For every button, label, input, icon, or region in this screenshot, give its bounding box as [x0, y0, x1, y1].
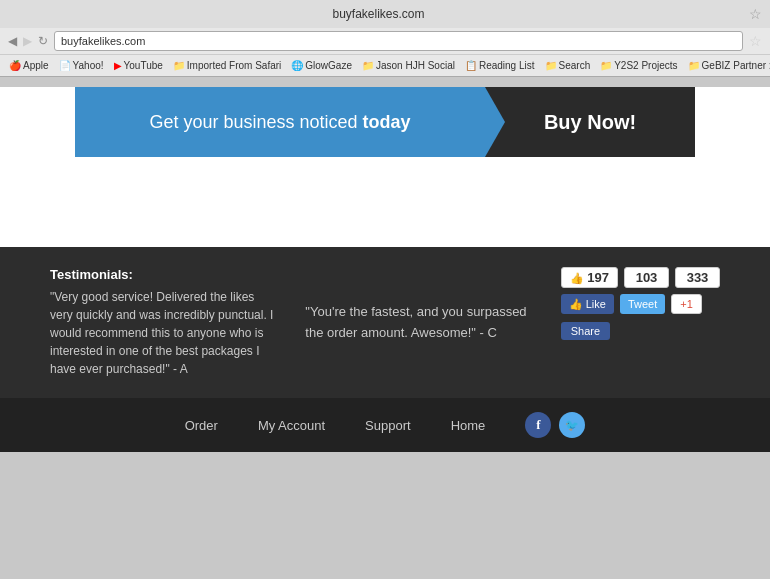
glowgaze-icon: 🌐: [291, 60, 303, 71]
testimonial-text-2: "You're the fastest, and you surpassed t…: [305, 302, 530, 344]
reading-icon: 📋: [465, 60, 477, 71]
white-space-section: [0, 167, 770, 247]
footer-nav: Order My Account Support Home f 🐦: [0, 398, 770, 452]
fb-thumb-icon: 👍: [569, 298, 583, 311]
title-bar: buyfakelikes.com ☆: [0, 0, 770, 28]
star-icon: ☆: [749, 6, 762, 22]
thumb-icon: 👍: [570, 272, 584, 284]
bookmark-jason[interactable]: 📁Jason HJH Social: [359, 59, 458, 72]
fb-like-label: Like: [586, 298, 606, 310]
cta-text: Get your business noticed today: [149, 112, 410, 133]
testimonials-row: Testimonials: "Very good service! Delive…: [50, 267, 720, 398]
fb-like-button[interactable]: 👍 Like: [561, 294, 614, 314]
refresh-icon[interactable]: ↻: [38, 34, 48, 48]
back-icon[interactable]: ◀: [8, 34, 17, 48]
address-bar: ◀ ▶ ↻ ☆: [0, 28, 770, 54]
fb-like-box: 👍 197: [561, 267, 618, 288]
footer-order-link[interactable]: Order: [185, 418, 218, 433]
footer-myaccount-link[interactable]: My Account: [258, 418, 325, 433]
cta-banner: Get your business noticed today Buy Now!: [75, 87, 695, 157]
tweet-button[interactable]: Tweet: [620, 294, 665, 314]
testimonial-col-2: "You're the fastest, and you surpassed t…: [305, 267, 530, 378]
fb-count: 👍 197: [561, 267, 618, 288]
address-input[interactable]: [54, 31, 743, 51]
bookmark-reading[interactable]: 📋Reading List: [462, 59, 538, 72]
page-title: buyfakelikes.com: [8, 7, 749, 21]
social-col: 👍 197 103 333 👍 Like Tweet +1: [561, 267, 720, 378]
testimonial-col-1: Testimonials: "Very good service! Delive…: [50, 267, 275, 378]
y2s2-icon: 📁: [600, 60, 612, 71]
bookmark-y2s2[interactable]: 📁Y2S2 Projects: [597, 59, 680, 72]
folder-icon: 📁: [173, 60, 185, 71]
bookmark-apple[interactable]: 🍎Apple: [6, 59, 52, 72]
page-content: Get your business noticed today Buy Now!: [0, 87, 770, 247]
gplus-button[interactable]: +1: [671, 294, 702, 314]
tweet-count-box: 103: [624, 267, 669, 288]
testimonials-heading: Testimonials:: [50, 267, 275, 282]
forward-icon[interactable]: ▶: [23, 34, 32, 48]
search-bookmark-icon: 📁: [545, 60, 557, 71]
bookmark-yahoo[interactable]: 📄Yahoo!: [56, 59, 107, 72]
testimonial-text-1: "Very good service! Delivered the likes …: [50, 288, 275, 378]
social-counts-row: 👍 197 103 333: [561, 267, 720, 288]
jason-icon: 📁: [362, 60, 374, 71]
tweet-count: 103: [624, 267, 669, 288]
apple-icon: 🍎: [9, 60, 21, 71]
footer-support-link[interactable]: Support: [365, 418, 411, 433]
youtube-icon: ▶: [114, 60, 122, 71]
gebiz-icon: 📁: [688, 60, 700, 71]
bookmarks-bar: 🍎Apple 📄Yahoo! ▶YouTube 📁Imported From S…: [0, 54, 770, 76]
bookmark-glowgaze[interactable]: 🌐GlowGaze: [288, 59, 355, 72]
gplus-count-box: 333: [675, 267, 720, 288]
yahoo-icon: 📄: [59, 60, 71, 71]
footer-twitter-icon[interactable]: 🐦: [559, 412, 585, 438]
cta-left: Get your business noticed today: [75, 87, 485, 157]
gplus-count: 333: [675, 267, 720, 288]
dark-section: Testimonials: "Very good service! Delive…: [0, 247, 770, 398]
social-btn-row: 👍 Like Tweet +1: [561, 294, 702, 314]
bookmark-gebiz[interactable]: 📁GeBIZ Partner :: W...: [685, 59, 770, 72]
bookmark-youtube[interactable]: ▶YouTube: [111, 59, 166, 72]
buy-now-button[interactable]: Buy Now!: [485, 87, 695, 157]
share-button[interactable]: Share: [561, 322, 610, 340]
footer-social-icons: f 🐦: [525, 412, 585, 438]
footer-home-link[interactable]: Home: [451, 418, 486, 433]
browser-chrome: buyfakelikes.com ☆ ◀ ▶ ↻ ☆ 🍎Apple 📄Yahoo…: [0, 0, 770, 77]
bookmark-search[interactable]: 📁Search: [542, 59, 594, 72]
star-favorite-icon[interactable]: ☆: [749, 33, 762, 49]
bookmark-imported[interactable]: 📁Imported From Safari: [170, 59, 284, 72]
footer-facebook-icon[interactable]: f: [525, 412, 551, 438]
